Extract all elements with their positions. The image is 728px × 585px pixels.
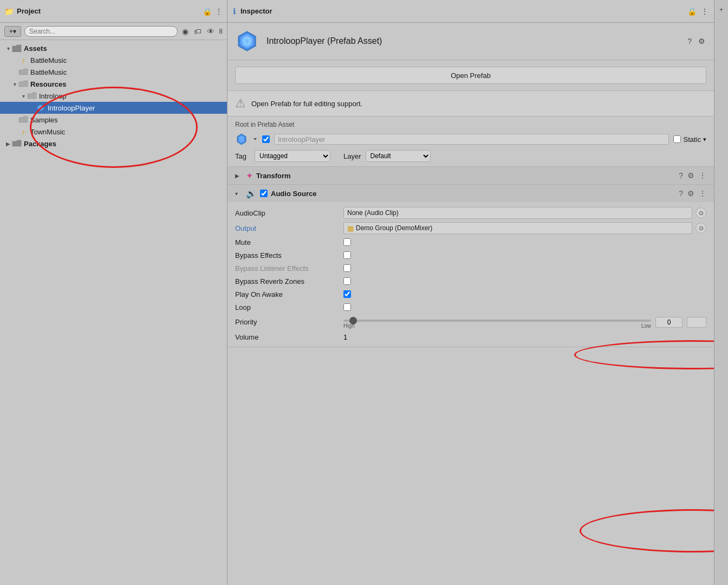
transform-name: Transform: [256, 172, 675, 180]
output-picker-button[interactable]: ⊙: [696, 223, 706, 233]
help-button[interactable]: ?: [686, 36, 693, 47]
audio-source-expand-arrow[interactable]: ▾: [235, 191, 243, 197]
output-icon: ▦: [347, 224, 354, 232]
transform-expand-arrow[interactable]: ▶: [235, 173, 243, 179]
inspector-more-icon[interactable]: ⋮: [701, 7, 708, 16]
transform-more-button[interactable]: ⋮: [699, 171, 706, 180]
tree-item-packages[interactable]: ▶ Packages: [0, 138, 227, 150]
tree-item-samples[interactable]: ▶ Samples: [0, 114, 227, 126]
priority-value-input[interactable]: [655, 317, 682, 328]
transform-settings-button[interactable]: ⚙: [687, 171, 694, 180]
static-label: Static: [683, 135, 701, 144]
inspector-header: ℹ Inspector 🔒 ⋮: [227, 0, 714, 23]
prop-volume: Volume 1: [235, 330, 706, 343]
static-row: Static ▾: [673, 135, 706, 144]
tree-item-introloopplayer[interactable]: ▶ IntroloopPlayer: [0, 102, 227, 114]
output-text: Demo Group (DemoMixer): [356, 224, 432, 232]
badge-count: 8: [219, 28, 223, 35]
priority-extra-field[interactable]: [687, 317, 706, 328]
introloopplayer-label: IntroloopPlayer: [48, 104, 95, 112]
go-cube-icon: [235, 133, 248, 146]
play-on-awake-checkbox[interactable]: [343, 290, 351, 298]
project-panel-header: 📁 Project 🔒 ⋮: [0, 0, 227, 23]
output-label: Output: [235, 224, 343, 232]
transform-component: ▶ ✦ Transform ? ⚙ ⋮: [227, 167, 714, 185]
filter-icon[interactable]: ◉: [181, 26, 190, 37]
bypass-reverb-label: Bypass Reverb Zones: [235, 277, 343, 285]
prop-bypass-reverb: Bypass Reverb Zones: [235, 275, 706, 288]
audio-source-more-button[interactable]: ⋮: [699, 189, 706, 198]
info-icon: ℹ: [233, 6, 236, 16]
priority-max-label: Low: [641, 323, 651, 329]
audio-source-adjust-button[interactable]: ⚙: [687, 189, 694, 198]
static-checkbox[interactable]: [673, 135, 681, 143]
audioclip-label: AudioClip: [235, 209, 343, 217]
prop-output: Output ▦ Demo Group (DemoMixer) ⊙: [235, 220, 706, 236]
static-dropdown-arrow[interactable]: ▾: [703, 136, 706, 143]
loop-label: Loop: [235, 303, 343, 311]
svg-marker-10: [253, 138, 257, 140]
audio-source-icon: 🔊: [246, 188, 257, 199]
open-prefab-button[interactable]: Open Prefab: [235, 67, 706, 84]
tree-item-battlemusic2[interactable]: ▶ BattleMusic: [0, 66, 227, 78]
tag-select[interactable]: Untagged: [255, 150, 330, 162]
open-prefab-section: Open Prefab: [227, 60, 714, 91]
volume-value: 1: [343, 333, 347, 341]
transform-header: ▶ ✦ Transform ? ⚙ ⋮: [227, 167, 714, 184]
prefab-icon: [235, 29, 259, 53]
project-panel-title: Project: [17, 7, 199, 15]
audio-source-properties: AudioClip None (Audio Clip) ⊙ Output ▦: [227, 202, 714, 347]
audio-source-enabled-checkbox[interactable]: [260, 190, 268, 197]
output-value: ▦ Demo Group (DemoMixer): [343, 222, 692, 234]
gameobject-active-checkbox[interactable]: [262, 135, 270, 143]
bypass-reverb-checkbox[interactable]: [343, 277, 351, 285]
gameobject-name-input[interactable]: [274, 134, 669, 145]
mute-label: Mute: [235, 238, 343, 246]
prop-audioclip: AudioClip None (Audio Clip) ⊙: [235, 205, 706, 220]
warning-icon: ⚠: [235, 96, 246, 110]
audio-source-header: ▾ 🔊 Audio Source ? ⚙ ⋮: [227, 185, 714, 202]
layer-select[interactable]: Default: [366, 150, 431, 162]
play-on-awake-label: Play On Awake: [235, 290, 343, 298]
volume-label: Volume: [235, 333, 343, 341]
search-input[interactable]: [24, 26, 178, 37]
project-toolbar: +▾ ◉ 🏷 👁 8: [0, 23, 227, 40]
prop-priority: Priority High Low: [235, 314, 706, 330]
settings-button[interactable]: ⚙: [697, 36, 706, 47]
tree-item-townmusic[interactable]: ▶ ♪ TownMusic: [0, 126, 227, 138]
audioclip-picker-button[interactable]: ⊙: [696, 207, 706, 218]
bypass-listener-label: Bypass Listener Effects: [235, 264, 343, 272]
transform-help-button[interactable]: ?: [679, 171, 683, 180]
priority-slider-track[interactable]: [343, 320, 651, 322]
priority-label: Priority: [235, 318, 343, 326]
audio-source-help-button[interactable]: ?: [679, 189, 683, 198]
tag-icon[interactable]: 🏷: [193, 26, 203, 37]
loop-checkbox[interactable]: [343, 303, 351, 311]
lock-icon: 🔒: [203, 7, 212, 16]
bypass-effects-checkbox[interactable]: [343, 251, 351, 259]
tree-item-resources[interactable]: ▾ Resources: [0, 78, 227, 90]
battlemusic2-label: BattleMusic: [30, 68, 67, 76]
more-options-icon[interactable]: ⋮: [215, 7, 223, 16]
prop-bypass-listener: Bypass Listener Effects: [235, 262, 706, 275]
tree-item-assets[interactable]: ▾ Assets: [0, 42, 227, 54]
edge-add-button[interactable]: +: [716, 4, 727, 15]
warning-text: Open Prefab for full editing support.: [251, 100, 362, 108]
audio-source-component: ▾ 🔊 Audio Source ? ⚙ ⋮ AudioClip None (A…: [227, 185, 714, 347]
tree-item-introloop[interactable]: ▾ Introloop: [0, 90, 227, 102]
bypass-effects-label: Bypass Effects: [235, 251, 343, 259]
bypass-listener-checkbox[interactable]: [343, 264, 351, 272]
tag-label: Tag: [235, 152, 250, 160]
inspector-lock-icon[interactable]: 🔒: [687, 7, 697, 16]
mute-checkbox[interactable]: [343, 238, 351, 246]
add-button[interactable]: +▾: [4, 26, 21, 37]
inspector-title: Inspector: [240, 7, 683, 15]
asset-actions: ? ⚙: [686, 36, 706, 47]
expand-arrow-icon: [252, 136, 258, 142]
audio-source-name: Audio Source: [271, 190, 675, 198]
packages-label: Packages: [24, 140, 56, 148]
audioclip-value: None (Audio Clip): [343, 207, 692, 219]
root-label: Root in Prefab Asset: [235, 121, 706, 128]
tree-item-battlemusic1[interactable]: ▶ ♪ BattleMusic: [0, 54, 227, 66]
svg-marker-9: [239, 135, 244, 143]
